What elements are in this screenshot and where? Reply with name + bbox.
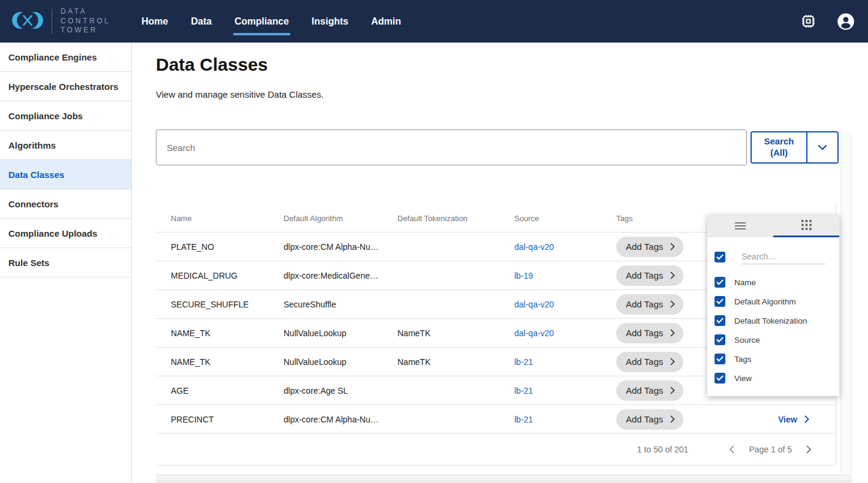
brand-logo-icon (11, 7, 44, 36)
cell-name: MEDICAL_DRUG (156, 271, 284, 280)
col-header-name[interactable]: Name (156, 214, 284, 223)
add-tags-button[interactable]: Add Tags (616, 381, 683, 401)
view-label: View (778, 415, 797, 424)
column-option: Tags (715, 349, 839, 369)
nav-item-compliance[interactable]: Compliance (233, 13, 290, 31)
column-checkbox-tags[interactable] (715, 354, 725, 364)
chip-icon[interactable] (800, 13, 816, 29)
table-pagination: 1 to 50 of 201 Page 1 of 5 (156, 434, 836, 465)
column-option-label: Default Algorithm (734, 297, 796, 306)
search-input[interactable] (156, 129, 747, 165)
column-checkbox-default-tokenization[interactable] (715, 315, 725, 326)
column-option: Default Tokenization (715, 311, 839, 330)
add-tags-label: Add Tags (626, 242, 663, 252)
add-tags-button[interactable]: Add Tags (616, 294, 683, 315)
cell-default-algorithm: dlpx-core:Age SL (284, 386, 397, 396)
search-options-dropdown-button[interactable] (807, 132, 837, 162)
source-link[interactable]: dal-qa-v20 (514, 328, 554, 338)
nav-item-insights[interactable]: Insights (311, 13, 349, 31)
nav-item-data[interactable]: Data (189, 13, 213, 31)
column-checkbox-view[interactable] (715, 373, 725, 384)
cell-name: AGE (156, 386, 284, 396)
chevron-right-icon (804, 415, 809, 423)
add-tags-button[interactable]: Add Tags (616, 237, 683, 257)
horizontal-scrollbar[interactable] (156, 475, 852, 483)
brand: DATA CONTROL TOWER (0, 7, 133, 36)
source-link[interactable]: lb-21 (514, 415, 533, 424)
add-tags-button[interactable]: Add Tags (616, 409, 683, 430)
search-button-group: Search (All) (751, 131, 839, 164)
sidebar-item-compliance-engines[interactable]: Compliance Engines (0, 43, 131, 72)
account-icon[interactable] (837, 13, 855, 31)
sidebar-item-compliance-uploads[interactable]: Compliance Uploads (0, 219, 131, 248)
cell-default-algorithm: NullValueLookup (284, 357, 397, 367)
column-option: Default Algorithm (715, 292, 839, 311)
previous-page-button[interactable] (728, 444, 736, 455)
cell-default-tokenization: NameTK (397, 328, 514, 338)
vertical-scrollbar[interactable] (840, 132, 852, 473)
chevron-right-icon (670, 415, 675, 423)
search-bar: Search (All) (156, 129, 839, 165)
search-all-button[interactable]: Search (All) (752, 132, 807, 162)
sidebar: Compliance Engines Hyperscale Orchestrat… (0, 43, 132, 483)
column-search-input[interactable] (742, 249, 825, 264)
search-button-line2: (All) (770, 147, 788, 158)
chevron-right-icon (670, 387, 675, 394)
source-link[interactable]: dal-qa-v20 (514, 242, 554, 252)
sidebar-item-rule-sets[interactable]: Rule Sets (0, 248, 131, 277)
next-page-button[interactable] (805, 444, 813, 455)
select-all-checkbox[interactable] (715, 252, 725, 262)
cell-name: NAME_TK (156, 357, 284, 367)
pagination-page-label: Page 1 of 5 (749, 445, 792, 454)
column-option: View (715, 369, 839, 388)
col-header-default-tokenization[interactable]: Default Tokenization (397, 214, 514, 223)
source-link[interactable]: lb-21 (514, 357, 533, 367)
col-header-default-algorithm[interactable]: Default Algorithm (284, 214, 397, 223)
chevron-right-icon (670, 358, 675, 366)
main-nav: Home Data Compliance Insights Admin (140, 13, 402, 31)
brand-divider (52, 9, 52, 34)
cell-name: SECURE_SHUFFLE (156, 300, 284, 309)
chevron-right-icon (670, 329, 675, 337)
column-picker-body: Name Default Algorithm Default Tokenizat… (707, 237, 839, 396)
sidebar-item-data-classes[interactable]: Data Classes (0, 160, 131, 189)
source-link[interactable]: dal-qa-v20 (514, 300, 554, 309)
column-checkbox-name[interactable] (715, 277, 725, 288)
add-tags-label: Add Tags (626, 385, 663, 396)
cell-default-algorithm: dlpx-core:CM Alpha-Nu… (284, 242, 397, 252)
col-header-source[interactable]: Source (514, 214, 616, 223)
add-tags-button[interactable]: Add Tags (616, 265, 683, 286)
column-checkbox-source[interactable] (715, 334, 725, 345)
cell-default-tokenization: NameTK (397, 357, 514, 367)
sidebar-item-hyperscale-orchestrators[interactable]: Hyperscale Orchestrators (0, 72, 131, 101)
source-link[interactable]: lb-19 (514, 271, 533, 280)
column-option-label: Default Tokenization (734, 316, 807, 325)
view-link[interactable]: View (778, 415, 809, 424)
source-link[interactable]: lb-21 (514, 386, 533, 396)
tab-grid-view[interactable] (773, 215, 839, 237)
list-view-icon (734, 222, 746, 230)
cell-default-algorithm: NullValueLookup (284, 328, 397, 338)
brand-line-3: TOWER (61, 26, 98, 34)
add-tags-label: Add Tags (626, 270, 663, 280)
grid-view-icon (801, 220, 812, 230)
sidebar-item-connectors[interactable]: Connectors (0, 189, 131, 219)
cell-default-algorithm: dlpx-core:CM Alpha-Nu… (284, 415, 397, 424)
page-subtitle: View and manage sensitive Data Classes. (156, 89, 868, 99)
nav-item-admin[interactable]: Admin (370, 13, 402, 31)
top-navbar: DATA CONTROL TOWER Home Data Compliance … (0, 0, 868, 43)
chevron-right-icon (806, 445, 812, 454)
brand-line-1: DATA (61, 7, 87, 16)
page-title: Data Classes (156, 55, 868, 75)
add-tags-button[interactable]: Add Tags (616, 323, 683, 343)
sidebar-item-compliance-jobs[interactable]: Compliance Jobs (0, 101, 131, 131)
tab-list-view[interactable] (707, 215, 773, 237)
add-tags-button[interactable]: Add Tags (616, 352, 683, 372)
sidebar-item-algorithms[interactable]: Algorithms (0, 131, 131, 160)
column-checkbox-default-algorithm[interactable] (715, 296, 725, 307)
add-tags-label: Add Tags (626, 357, 663, 367)
table-row: PRECINCT dlpx-core:CM Alpha-Nu… lb-21 Ad… (156, 405, 836, 434)
chevron-right-icon (670, 271, 675, 279)
brand-line-2: CONTROL (61, 17, 110, 25)
nav-item-home[interactable]: Home (140, 13, 169, 31)
